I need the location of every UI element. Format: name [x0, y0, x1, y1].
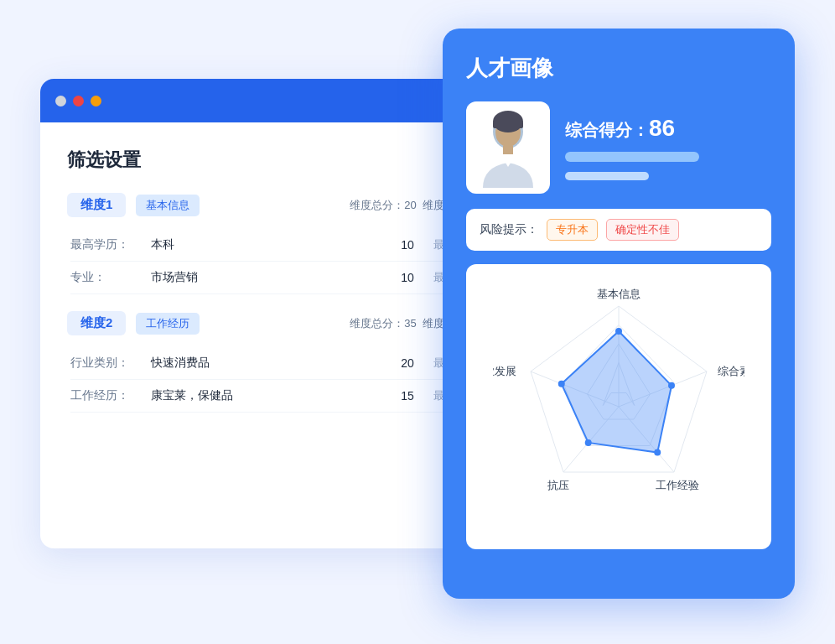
main-scene: 筛选设置 维度1 基本信息 维度总分：20 维度占比 最高学历： 本科 10 最… — [40, 29, 795, 615]
risk-section: 风险提示： 专升本 确定性不佳 — [466, 209, 771, 251]
dimension-1-id: 维度1 — [67, 193, 126, 217]
svg-marker-15 — [562, 331, 672, 453]
svg-text:工作经验: 工作经验 — [656, 479, 699, 491]
svg-rect-4 — [493, 122, 523, 128]
avatar — [466, 101, 550, 194]
portrait-title: 人才画像 — [466, 54, 771, 83]
svg-point-19 — [585, 439, 592, 446]
table-row: 工作经历： 康宝莱，保健品 15 最高分 — [70, 380, 466, 413]
dot-yellow — [91, 96, 101, 106]
svg-point-20 — [558, 381, 565, 387]
filter-title: 筛选设置 — [67, 148, 466, 173]
svg-point-16 — [615, 328, 622, 335]
dimension-2-header: 维度2 工作经历 维度总分：35 维度占比 — [67, 311, 466, 335]
table-row: 专业： 市场营销 10 最高分 — [70, 262, 466, 294]
svg-text:抗压: 抗压 — [547, 479, 569, 491]
radar-section: 基本信息 综合素质 工作经验 抗压 职业发展 — [466, 264, 771, 549]
risk-label: 风险提示： — [480, 222, 538, 237]
table-row: 最高学历： 本科 10 最高分 — [70, 229, 466, 262]
dimension-2-rows: 行业类别： 快速消费品 20 最高分 工作经历： 康宝莱，保健品 15 最高分 — [67, 347, 466, 413]
info-bar-2 — [565, 172, 649, 180]
info-bar-1 — [565, 152, 699, 162]
dimension-2-id: 维度2 — [67, 311, 126, 335]
score-label: 综合得分：86 — [565, 115, 771, 142]
svg-rect-5 — [503, 146, 513, 154]
dimension-1-header: 维度1 基本信息 维度总分：20 维度占比 — [67, 193, 466, 217]
filter-card: 筛选设置 维度1 基本信息 维度总分：20 维度占比 最高学历： 本科 10 最… — [40, 79, 493, 548]
risk-tag-2: 确定性不佳 — [606, 219, 679, 241]
dimension-1-category: 基本信息 — [136, 195, 200, 216]
dimension-1-rows: 最高学历： 本科 10 最高分 专业： 市场营销 10 最高分 — [67, 229, 466, 294]
radar-chart: 基本信息 综合素质 工作经验 抗压 职业发展 — [493, 281, 744, 532]
dot-gray — [55, 96, 66, 106]
titlebar — [40, 79, 493, 122]
table-row: 行业类别： 快速消费品 20 最高分 — [70, 347, 466, 380]
profile-section: 综合得分：86 — [466, 101, 771, 194]
dot-red — [73, 96, 84, 106]
profile-info: 综合得分：86 — [565, 101, 771, 194]
dimension-section-2: 维度2 工作经历 维度总分：35 维度占比 行业类别： 快速消费品 20 最高分… — [67, 311, 466, 413]
dimension-section-1: 维度1 基本信息 维度总分：20 维度占比 最高学历： 本科 10 最高分 专业… — [67, 193, 466, 294]
talent-portrait-card: 人才画像 — [443, 29, 795, 599]
dimension-2-category: 工作经历 — [136, 313, 200, 335]
risk-tag-1: 专升本 — [547, 219, 598, 241]
svg-point-18 — [654, 449, 661, 456]
svg-text:综合素质: 综合素质 — [718, 365, 744, 377]
svg-text:职业发展: 职业发展 — [493, 365, 516, 377]
svg-text:基本信息: 基本信息 — [597, 288, 641, 300]
svg-point-17 — [668, 382, 675, 389]
